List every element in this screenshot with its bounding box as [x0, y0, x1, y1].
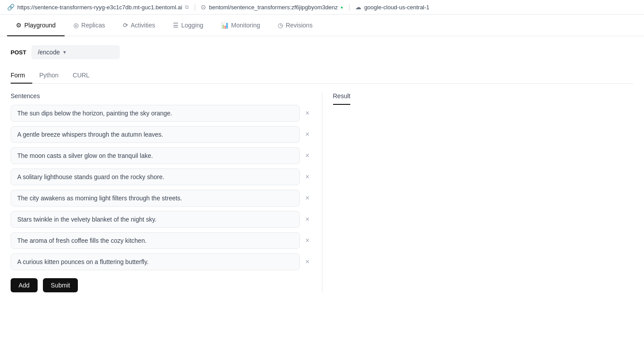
model-active-icon: ● [341, 5, 343, 10]
remove-sentence-4[interactable]: × [303, 193, 311, 203]
sentence-input-7[interactable] [11, 253, 300, 270]
main-content: POST /encode ▾ Form Python CURL Sentence… [0, 36, 644, 301]
remove-sentence-0[interactable]: × [303, 108, 311, 119]
revisions-icon: ◷ [278, 22, 283, 29]
right-column: Result [322, 92, 634, 292]
sentence-input-3[interactable] [11, 169, 300, 185]
url-bar: 🔗 https://sentence-transformers-ryyg-e3c… [0, 0, 644, 15]
sentences-label: Sentences [11, 92, 311, 100]
sentence-row: × [11, 126, 311, 143]
sentence-input-4[interactable] [11, 190, 300, 207]
remove-sentence-6[interactable]: × [303, 235, 311, 246]
tab-activities[interactable]: ⟳ Activities [114, 15, 164, 36]
nav-tabs: ⚙ Playground ◎ Replicas ⟳ Activities ☰ L… [0, 15, 644, 36]
link-icon: 🔗 [7, 4, 15, 11]
endpoint-row: POST /encode ▾ [11, 45, 633, 59]
sentence-row: × [11, 211, 311, 228]
method-badge: POST [11, 49, 26, 56]
region-url[interactable]: ☁ google-cloud-us-central-1 [355, 4, 429, 11]
tab-replicas[interactable]: ◎ Replicas [65, 15, 114, 36]
left-column: Sentences ×××××××× Add Submit [11, 92, 322, 292]
sentence-input-6[interactable] [11, 232, 300, 249]
sentence-row: × [11, 169, 311, 185]
playground-icon: ⚙ [16, 22, 22, 29]
monitoring-icon: 📊 [221, 22, 229, 29]
remove-sentence-3[interactable]: × [303, 172, 311, 182]
tab-playground[interactable]: ⚙ Playground [7, 15, 65, 36]
add-button[interactable]: Add [11, 278, 38, 292]
subtab-form[interactable]: Form [11, 68, 32, 83]
submit-button[interactable]: Submit [43, 278, 78, 292]
sentence-row: × [11, 232, 311, 249]
tab-logging[interactable]: ☰ Logging [164, 15, 212, 36]
replicas-icon: ◎ [73, 22, 79, 29]
region-icon: ☁ [355, 4, 361, 11]
sentence-input-2[interactable] [11, 147, 300, 164]
remove-sentence-5[interactable]: × [303, 214, 311, 225]
subtab-curl[interactable]: CURL [65, 68, 96, 83]
result-label: Result [333, 92, 351, 105]
sentence-input-1[interactable] [11, 126, 300, 143]
activities-icon: ⟳ [123, 22, 128, 29]
sentence-row: × [11, 253, 311, 270]
sentence-input-0[interactable] [11, 105, 300, 122]
model-url[interactable]: ⊙ bentoml/sentence_transformers:zf6jipgb… [201, 4, 343, 11]
two-column-layout: Sentences ×××××××× Add Submit Result [11, 92, 633, 292]
sentence-row: × [11, 147, 311, 164]
action-buttons: Add Submit [11, 275, 311, 292]
sentence-row: × [11, 190, 311, 207]
tab-monitoring[interactable]: 📊 Monitoring [212, 15, 269, 36]
sentence-row: × [11, 105, 311, 122]
endpoint-select[interactable]: /encode ▾ [31, 45, 120, 59]
remove-sentence-7[interactable]: × [303, 257, 311, 267]
endpoint-url[interactable]: 🔗 https://sentence-transformers-ryyg-e3c… [7, 4, 189, 11]
chevron-down-icon: ▾ [63, 49, 66, 55]
tab-revisions[interactable]: ◷ Revisions [269, 15, 322, 36]
subtab-python[interactable]: Python [32, 68, 66, 83]
model-icon: ⊙ [201, 4, 206, 11]
copy-icon[interactable]: ⧉ [185, 4, 189, 10]
sentences-container: ×××××××× [11, 105, 311, 270]
remove-sentence-1[interactable]: × [303, 129, 311, 140]
logging-icon: ☰ [173, 22, 179, 29]
remove-sentence-2[interactable]: × [303, 150, 311, 161]
sub-tabs: Form Python CURL [11, 68, 633, 84]
sentence-input-5[interactable] [11, 211, 300, 228]
